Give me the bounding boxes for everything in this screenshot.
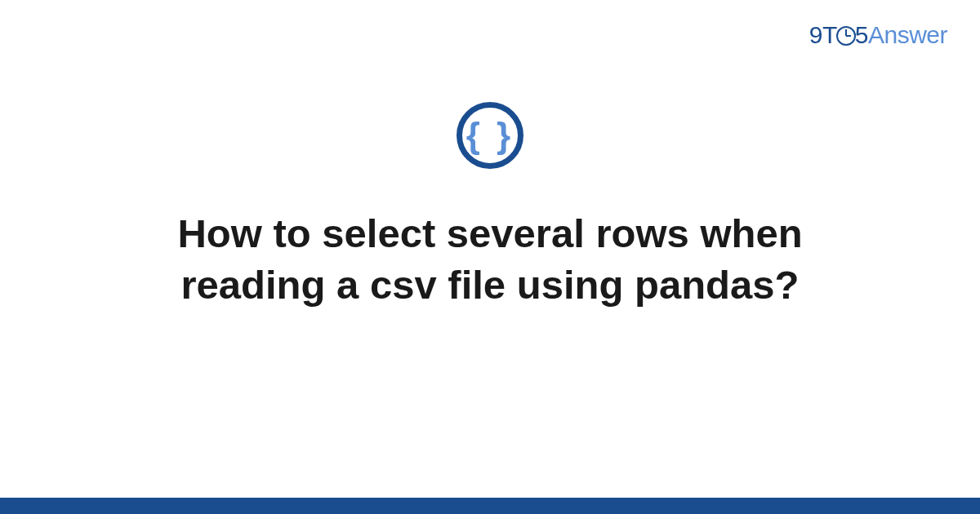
logo-9t: 9T [809,21,837,48]
footer-bar [0,498,980,514]
logo-5: 5 [855,21,868,48]
code-braces-icon: { } [466,117,514,153]
category-badge: { } [457,102,523,169]
logo-answer: Answer [868,21,947,48]
main-content: { } How to select several rows when read… [0,102,980,310]
question-title: How to select several rows when reading … [82,208,898,310]
clock-icon [836,26,856,46]
site-logo: 9T5Answer [809,21,947,49]
